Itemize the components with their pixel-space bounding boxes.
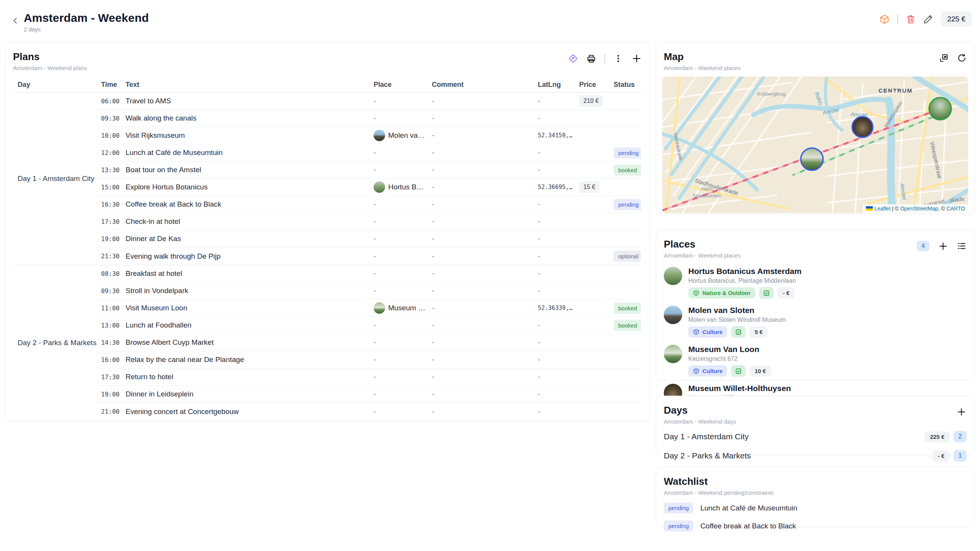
plan-row[interactable]: 21:00 Evening concert at Concertgebouw -…: [96, 403, 642, 420]
plan-time: 09:30: [96, 115, 121, 122]
plan-time: 14:30: [96, 339, 121, 346]
pending-badge: pending: [664, 520, 693, 531]
place-item[interactable]: Molen van Sloten Molen van Sloten Windmi…: [656, 302, 974, 341]
watchlist-item[interactable]: pending Coffee break at Back to Black: [656, 517, 974, 535]
plan-latlng: -: [533, 338, 575, 347]
svg-text:Snoekfontein: Snoekfontein: [693, 193, 722, 199]
chevron-left-icon: [11, 16, 20, 25]
plan-row[interactable]: 13:00 Lunch at Foodhallen - - - booked: [96, 317, 642, 334]
leaflet-link[interactable]: Leaflet: [874, 205, 890, 212]
plan-text: Coffee break at Back to Black: [121, 200, 369, 209]
place-photo: [664, 306, 682, 324]
map-refresh-button[interactable]: [957, 53, 967, 63]
svg-text:Krijtbergbrug: Krijtbergbrug: [757, 91, 786, 97]
plan-status: pending: [609, 147, 641, 158]
plan-place: -: [369, 390, 427, 398]
plan-comment: -: [427, 304, 533, 312]
col-price: Price: [575, 81, 609, 89]
add-day-button[interactable]: [956, 407, 967, 417]
day-group-2: Day 2 - Parks & Markets 08:30 Breakfast …: [13, 265, 642, 421]
back-button[interactable]: [9, 15, 21, 27]
plan-row[interactable]: 11:00 Visit Museum Loon Museum Va… - 52.…: [96, 300, 642, 317]
plan-row[interactable]: 16:30 Coffee break at Back to Black - - …: [96, 196, 642, 213]
category-badge: Nature & Outdoor: [688, 287, 755, 298]
plan-text: Dinner in Leidseplein: [121, 390, 369, 398]
plan-latlng: 52.36339,…: [533, 305, 575, 311]
places-title: Places: [664, 238, 741, 250]
place-name: Museum Van Loon: [688, 345, 771, 354]
plan-latlng: -: [533, 235, 575, 243]
place-item[interactable]: Hortus Botanicus Amsterdam Hortus Botani…: [656, 263, 974, 302]
visited-badge: [759, 287, 774, 299]
plan-row[interactable]: 10:00 Visit Rijksmuseum Molen van … - 52…: [96, 127, 642, 144]
plan-place: -: [369, 287, 427, 295]
map-marker-van-loon[interactable]: [801, 148, 823, 170]
checkbox-icon: [735, 329, 742, 336]
plan-row[interactable]: 09:30 Stroll in Vondelpark - - -: [96, 282, 642, 300]
map-title: Map: [664, 51, 741, 63]
plan-row[interactable]: 09:30 Walk along the canals - - -: [96, 110, 642, 127]
plan-row[interactable]: 08:30 Breakfast at hotel - - -: [96, 265, 642, 282]
print-button[interactable]: [586, 54, 596, 64]
package-button[interactable]: [879, 14, 890, 24]
map-marker-willet-holthuysen[interactable]: [852, 117, 873, 137]
plan-latlng: -: [533, 355, 575, 364]
plan-row[interactable]: 17:30 Check-in at hotel - - -: [96, 213, 642, 230]
add-plan-button[interactable]: [631, 53, 642, 64]
plan-place: -: [369, 148, 427, 157]
price-badge: 15 €: [579, 181, 599, 193]
col-day: Day: [13, 81, 96, 89]
plan-row[interactable]: 19:00 Dinner at De Kas - - -: [96, 230, 642, 248]
days-subtitle: Amsterdam - Weekend days: [664, 418, 736, 425]
day-price-badge: - €: [932, 450, 950, 461]
plan-row[interactable]: 14:30 Browse Albert Cuyp Market - - -: [96, 334, 642, 351]
watchlist-subtitle: Amsterdam - Weekend pending/constraints: [664, 489, 774, 496]
separator: [897, 14, 898, 24]
optimize-route-button[interactable]: [568, 54, 578, 64]
plan-time: 13:00: [96, 322, 121, 329]
carto-link[interactable]: CARTO: [947, 205, 965, 212]
plan-text: Boat tour on the Amstel: [121, 166, 369, 174]
day-list-item[interactable]: Day 1 - Amsterdam City 225 € 2: [656, 427, 974, 446]
plan-latlng: -: [533, 390, 575, 398]
plan-time: 09:30: [96, 287, 121, 295]
plan-time: 12:00: [96, 149, 121, 156]
plan-row[interactable]: 16:00 Relax by the canal near De Plantag…: [96, 351, 642, 368]
plan-text: Evening concert at Concertgebouw: [121, 408, 369, 416]
plan-row[interactable]: 15:00 Explore Hortus Botanicus Hortus Bo…: [96, 179, 642, 196]
place-avatar: [374, 130, 385, 141]
map-fullscreen-button[interactable]: [939, 53, 949, 63]
refresh-icon: [957, 53, 967, 63]
watchlist-panel: Watchlist Amsterdam - Weekend pending/co…: [656, 467, 975, 527]
plan-latlng: -: [533, 217, 575, 226]
edit-trip-button[interactable]: [923, 14, 933, 24]
osm-link[interactable]: OpenStreetMap: [900, 205, 938, 212]
plan-row[interactable]: 21:30 Evening walk through De Pijp - - -…: [96, 248, 642, 265]
plan-time: 17:30: [96, 218, 121, 225]
places-list-view-button[interactable]: [957, 241, 967, 251]
day-list-item[interactable]: Day 2 - Parks & Markets - € 1: [656, 446, 974, 465]
checkbox-icon: [735, 368, 742, 375]
plan-row[interactable]: 17:30 Return to hotel - - -: [96, 368, 642, 386]
map-marker-hortus[interactable]: [929, 98, 951, 120]
plan-row[interactable]: 06:00 Travel to AMS - - - 210 €: [96, 93, 642, 110]
watchlist-item[interactable]: pending Lunch at Café de Museumtuin: [656, 499, 974, 517]
plan-comment: -: [427, 235, 533, 243]
delete-trip-button[interactable]: [906, 14, 916, 24]
plan-comment: -: [427, 269, 533, 278]
plan-row[interactable]: 19:00 Dinner in Leidseplein - - -: [96, 386, 642, 403]
place-item[interactable]: Museum Van Loon Keizersgracht 672 Cultur…: [656, 341, 974, 380]
places-panel: Places Amsterdam - Weekend places 4 Hort: [656, 230, 975, 380]
printer-icon: [586, 54, 596, 64]
map-canvas[interactable]: Krijtbergbrug Rokin Amstel Amstel CENTRU…: [662, 77, 968, 213]
plan-place: -: [369, 338, 427, 347]
plan-comment: -: [427, 252, 533, 261]
plan-comment: -: [427, 338, 533, 347]
plan-text: Lunch at Café de Museumtuin: [121, 148, 369, 157]
plans-menu-button[interactable]: [614, 54, 623, 63]
right-column: Map Amsterdam - Weekend places: [656, 42, 975, 527]
plan-row[interactable]: 13:30 Boat tour on the Amstel - - - book…: [96, 161, 642, 179]
trip-title-block: Amsterdam - Weekend 2 days: [24, 11, 149, 33]
add-place-button[interactable]: [938, 241, 948, 251]
plan-row[interactable]: 12:00 Lunch at Café de Museumtuin - - - …: [96, 144, 642, 161]
